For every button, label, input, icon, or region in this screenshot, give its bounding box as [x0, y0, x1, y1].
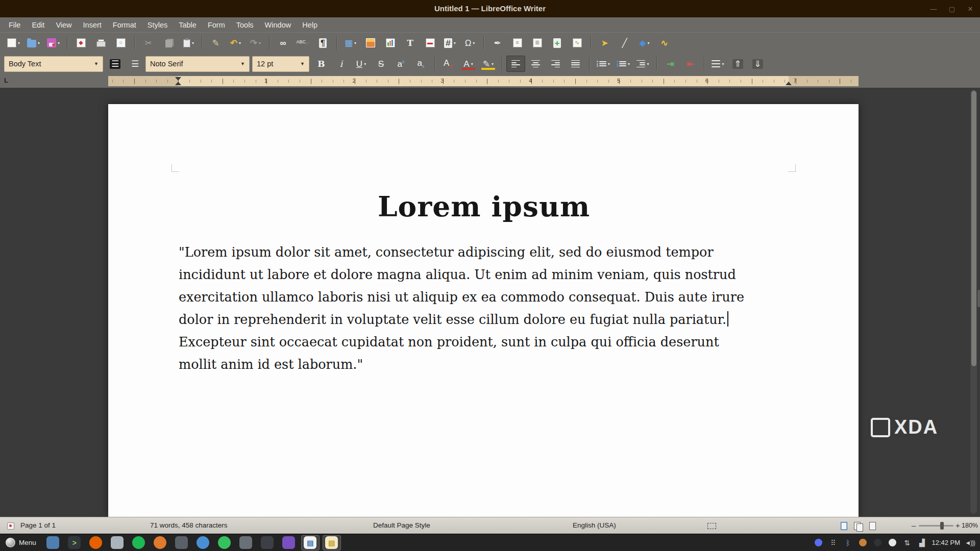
special-character-button[interactable]: Ω▾ [460, 35, 479, 51]
zoom-out-button[interactable]: – [912, 517, 916, 534]
minimize-button[interactable]: — [928, 3, 939, 14]
firewall-shield-icon[interactable] [856, 536, 869, 549]
zoom-slider[interactable] [919, 525, 953, 527]
sidebar-grip[interactable] [977, 290, 980, 307]
insert-field-button[interactable]: #▾ [440, 35, 459, 51]
dropdown-arrow-icon[interactable]: ▾ [722, 62, 724, 66]
print-button[interactable] [91, 35, 110, 51]
taskbar-app-spotify[interactable] [130, 535, 148, 550]
taskbar-app-libreoffice-writer[interactable]: ▤ [301, 535, 320, 550]
increase-indent-button[interactable]: ⇥ [661, 56, 680, 72]
dropdown-arrow-icon[interactable]: ▾ [471, 62, 473, 66]
undo-button[interactable]: ↶▾ [226, 35, 245, 51]
first-line-indent-marker[interactable] [175, 77, 181, 81]
status-page-style[interactable]: Default Page Style [373, 517, 430, 534]
menu-window[interactable]: Window [259, 19, 297, 31]
view-book-button[interactable] [869, 522, 876, 530]
new-document-button[interactable]: ▾ [4, 35, 23, 51]
update-style-button[interactable]: ☰ [106, 56, 125, 72]
signal-strength-icon[interactable]: ▟ [916, 536, 928, 549]
chevron-down-icon[interactable]: ▼ [89, 61, 99, 66]
menu-tools[interactable]: Tools [231, 19, 259, 31]
increase-paragraph-spacing-button[interactable]: ⇑ [728, 56, 747, 72]
paste-button[interactable]: ▾ [179, 35, 198, 51]
find-replace-button[interactable]: ∞ [274, 35, 292, 51]
status-language[interactable]: English (USA) [573, 517, 616, 534]
document-line[interactable]: incididunt ut labore et dolore magna ali… [179, 263, 796, 286]
steam-icon[interactable] [871, 536, 884, 549]
dropdown-arrow-icon[interactable]: ▾ [354, 41, 356, 45]
document-line[interactable]: Excepteur sint occaecat cupidatat non pr… [179, 331, 796, 353]
font-size-combo[interactable]: 12 pt▼ [252, 56, 309, 72]
line-spacing-button[interactable]: ▾ [708, 56, 727, 72]
taskbar-app-terminal[interactable]: > [65, 535, 84, 550]
insert-table-button[interactable]: ▦▾ [341, 35, 360, 51]
taskbar-app-software-manager[interactable] [108, 535, 127, 550]
underline-button[interactable]: U▾ [352, 56, 371, 72]
zoom-slider-handle[interactable] [940, 522, 944, 530]
justify-button[interactable] [566, 56, 585, 72]
chevron-down-icon[interactable]: ▼ [295, 61, 305, 66]
basic-shapes-button[interactable]: ◆▾ [635, 35, 654, 51]
decrease-indent-button[interactable]: ⇤ [681, 56, 700, 72]
bold-button[interactable]: B [312, 56, 331, 72]
menu-view[interactable]: View [50, 19, 77, 31]
app-grid-icon[interactable]: ⠿ [827, 536, 839, 549]
align-center-button[interactable] [526, 56, 545, 72]
italic-button[interactable]: i [332, 56, 351, 72]
dropdown-arrow-icon[interactable]: ▾ [192, 41, 194, 45]
document-modified-icon[interactable] [7, 522, 14, 530]
clear-formatting-button[interactable]: A✗ [439, 56, 458, 72]
dropdown-arrow-icon[interactable]: ▾ [608, 62, 610, 66]
document-line[interactable]: dolor in reprehenderit in voluptate veli… [179, 308, 796, 331]
outline-list-button[interactable]: ▾ [633, 56, 652, 72]
new-style-button[interactable]: ☰ [126, 56, 144, 72]
document-paragraph[interactable]: "Lorem ipsum dolor sit amet, consectetur… [179, 241, 796, 375]
superscript-button[interactable]: as [391, 56, 410, 72]
menu-table[interactable]: Table [173, 19, 202, 31]
right-indent-marker[interactable] [786, 82, 792, 85]
document-line[interactable]: mollit anim id est laborum." [179, 353, 796, 375]
paragraph-style-combo[interactable]: Body Text▼ [4, 56, 103, 72]
track-changes-button[interactable]: ∿ [568, 35, 586, 51]
document-page[interactable]: Lorem ipsum "Lorem ipsum dolor sit amet,… [108, 104, 859, 517]
insert-hyperlink-button[interactable]: ✒ [488, 35, 507, 51]
insert-line-button[interactable]: ╱ [615, 35, 634, 51]
dropdown-arrow-icon[interactable]: ▾ [473, 41, 475, 45]
align-left-button[interactable] [506, 56, 525, 72]
menu-styles[interactable]: Styles [142, 19, 174, 31]
strikethrough-button[interactable]: S [372, 56, 390, 72]
taskbar-app-chat[interactable] [194, 535, 212, 550]
document-line[interactable]: "Lorem ipsum dolor sit amet, consectetur… [179, 241, 796, 263]
dropdown-arrow-icon[interactable]: ▾ [628, 62, 630, 66]
dropdown-arrow-icon[interactable]: ▾ [58, 41, 60, 45]
insert-textbox-button[interactable]: T [401, 35, 420, 51]
clone-formatting-button[interactable]: ✎ [206, 35, 225, 51]
dropdown-arrow-icon[interactable]: ▾ [648, 41, 650, 45]
dropdown-arrow-icon[interactable]: ▾ [38, 41, 40, 45]
menu-insert[interactable]: Insert [78, 19, 107, 31]
dropdown-arrow-icon[interactable]: ▾ [259, 41, 261, 45]
volume-icon[interactable]: ◄))) [965, 539, 975, 546]
close-button[interactable]: ✕ [965, 3, 976, 14]
dropdown-arrow-icon[interactable]: ▾ [454, 41, 456, 45]
insert-comment-button[interactable]: + [548, 35, 567, 51]
messages-icon[interactable] [886, 536, 898, 549]
zoom-in-button[interactable]: + [955, 517, 960, 534]
insert-footnote-button[interactable]: ≡ [508, 35, 527, 51]
vertical-scrollbar[interactable] [970, 90, 977, 514]
taskbar-app-text-editor[interactable]: ▤ [323, 535, 341, 550]
menu-edit[interactable]: Edit [26, 19, 50, 31]
discord-icon[interactable] [812, 536, 824, 549]
insert-endnote-button[interactable]: ≣ [528, 35, 547, 51]
dropdown-arrow-icon[interactable]: ▾ [364, 62, 366, 66]
scrollbar-thumb[interactable] [971, 91, 976, 366]
taskbar-app-system-settings[interactable] [173, 535, 191, 550]
chevron-down-icon[interactable]: ▼ [235, 61, 245, 66]
taskbar-app-music-player[interactable] [215, 535, 234, 550]
maximize-button[interactable]: ▢ [946, 3, 958, 14]
menu-file[interactable]: File [3, 19, 26, 31]
tab-stop-selector[interactable]: L [4, 77, 8, 84]
insert-image-button[interactable] [361, 35, 380, 51]
decrease-paragraph-spacing-button[interactable]: ⇓ [748, 56, 767, 72]
